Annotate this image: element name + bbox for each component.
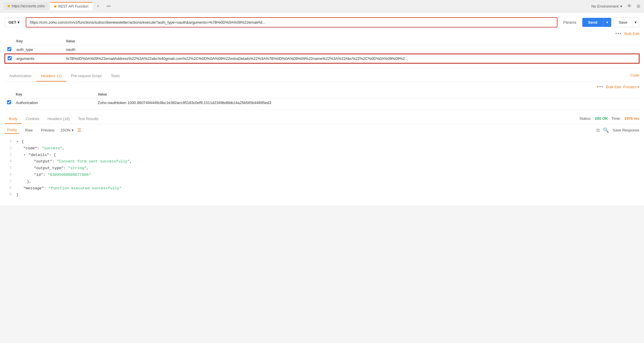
params-bulk-edit-button[interactable]: Bulk Edit (624, 32, 639, 36)
save-dropdown-button[interactable]: ▾ (632, 18, 639, 27)
method-select[interactable]: GET ▾ (5, 18, 23, 27)
eye-icon[interactable]: 👁 (627, 4, 632, 9)
format-pretty-button[interactable]: Pretty (5, 127, 19, 134)
format-right: ⧉ 🔍 Save Response (596, 127, 639, 133)
tab-headers[interactable]: Headers (1) (36, 71, 66, 82)
line-num-9: 9 (5, 192, 16, 198)
response-tab-headers[interactable]: Headers (18) (44, 114, 74, 124)
format-select[interactable]: JSON ▾ (60, 128, 74, 132)
environment-selector[interactable]: No Environment ▾ (591, 4, 622, 8)
method-chevron-icon: ▾ (18, 20, 20, 25)
header-row1-checkbox-cell (5, 98, 13, 107)
headers-col-checkbox (5, 91, 13, 98)
collapse-icon-1[interactable]: ▾ (16, 139, 19, 144)
response-tabs: Body Cookies Headers (18) Test Results S… (5, 114, 639, 124)
headers-more-dots[interactable]: ••• (597, 84, 604, 89)
params-more-dots[interactable]: ••• (615, 31, 622, 36)
json-content-7: }, (16, 179, 32, 185)
format-preview-button[interactable]: Preview (39, 127, 57, 134)
time-value: 1970 ms (624, 116, 639, 121)
json-line-5: 5 "output_type": "string", (5, 165, 639, 172)
method-label: GET (8, 20, 16, 25)
json-line-7: 7 }, (5, 179, 639, 185)
wrap-icon[interactable]: ☰ (77, 127, 81, 133)
response-tab-body-label: Body (9, 117, 18, 121)
param-row1-value[interactable]: oauth (63, 45, 639, 54)
tab-bar: https://accounts.zoho REST API Function … (0, 0, 644, 13)
header-row1-value[interactable]: Zoho-oauthtoken 1000.8607494449c8bc1e392… (95, 98, 639, 107)
send-dropdown-button[interactable]: ▾ (603, 18, 611, 27)
param-row1-checkbox[interactable] (7, 47, 11, 51)
json-content-3: ▾ "details": { (16, 152, 56, 158)
status-label: Status: (579, 116, 591, 121)
headers-col-key: Key (13, 91, 95, 98)
param-row2-checkbox[interactable] (8, 56, 12, 60)
save-button[interactable]: Save (614, 18, 632, 27)
json-content-2: "code": "success", (16, 145, 64, 152)
gear-icon[interactable]: ⚙ (636, 4, 640, 9)
tab-dot-accounts (8, 5, 10, 7)
response-section: Body Cookies Headers (18) Test Results S… (5, 114, 639, 201)
header-row1-checkbox[interactable] (7, 100, 11, 104)
search-icon[interactable]: 🔍 (603, 127, 609, 133)
headers-bulk-edit-button[interactable]: Bulk Edit (606, 85, 621, 89)
param-row1-key[interactable]: auth_type (14, 45, 63, 54)
params-table: Key Value auth_type oauth arguments %7B%… (5, 37, 639, 63)
request-tabs-right: Code (630, 73, 639, 79)
header-row1-key[interactable]: Authorization (13, 98, 95, 107)
app-container: https://accounts.zoho REST API Function … (0, 0, 644, 343)
line-num-5: 5 (5, 165, 16, 171)
headers-presets-button[interactable]: Presets ▾ (623, 85, 639, 89)
divider-1 (5, 68, 639, 68)
request-tabs-section: Authorization Headers (1) Pre-request Sc… (5, 71, 639, 82)
env-label: No Environment (591, 4, 619, 8)
param-row2-value[interactable]: %7B%0D%0A%09%22emailAddress%22%3A%22abc%… (63, 54, 639, 63)
send-button[interactable]: Send (582, 18, 603, 27)
params-section: ••• Bulk Edit Key Value auth_type oauth (5, 31, 639, 63)
json-line-2: 2 "code": "success", (5, 145, 639, 152)
url-input[interactable] (26, 17, 557, 27)
tab-more-button[interactable]: ••• (103, 2, 114, 10)
collapse-icon-3[interactable]: ▾ (23, 153, 26, 157)
format-select-label: JSON (60, 128, 70, 132)
tab-tests-label: Tests (111, 74, 120, 78)
line-num-6: 6 (5, 172, 16, 178)
line-num-7: 7 (5, 179, 16, 184)
format-raw-button[interactable]: Raw (23, 127, 35, 134)
tab-tests[interactable]: Tests (106, 71, 124, 82)
response-tab-cookies[interactable]: Cookies (22, 114, 44, 124)
tab-pre-request-label: Pre-request Script (71, 74, 102, 78)
json-content-5: "output_type": "string", (16, 165, 89, 172)
tab-add-button[interactable]: + (94, 2, 102, 11)
tab-authorization[interactable]: Authorization (5, 71, 36, 82)
tab-rest-api[interactable]: REST API Function (50, 2, 92, 10)
tab-accounts[interactable]: https://accounts.zoho (4, 2, 49, 10)
format-chevron-icon: ▾ (72, 128, 74, 132)
line-num-4: 4 (5, 159, 16, 164)
request-tab-list: Authorization Headers (1) Pre-request Sc… (5, 71, 125, 82)
table-row: arguments %7B%0D%0A%09%22emailAddress%22… (5, 54, 639, 63)
response-tab-body[interactable]: Body (5, 114, 22, 124)
bulk-edit-area: ••• Bulk Edit (5, 31, 639, 36)
code-link[interactable]: Code (630, 73, 639, 77)
copy-icon[interactable]: ⧉ (596, 128, 600, 133)
headers-col-value: Value (95, 91, 639, 98)
send-group: Send ▾ (582, 18, 612, 27)
response-tab-test-results[interactable]: Test Results (74, 114, 103, 124)
request-tabs-row: Authorization Headers (1) Pre-request Sc… (5, 71, 639, 82)
tab-headers-badge: (1) (57, 74, 62, 78)
json-line-8: 8 "message": "function executed successf… (5, 185, 639, 192)
param-row2-key[interactable]: arguments (14, 54, 63, 63)
json-content-8: "message": "function executed successful… (16, 186, 121, 192)
table-row: Authorization Zoho-oauthtoken 1000.86074… (5, 98, 639, 107)
tab-pre-request[interactable]: Pre-request Script (66, 71, 106, 82)
save-response-button[interactable]: Save Response (612, 128, 639, 132)
param-row1-checkbox-cell (5, 45, 14, 54)
json-line-9: 9 } (5, 192, 639, 198)
json-content-6: "id": "63095000000077006" (16, 172, 91, 178)
format-row: Pretty Raw Preview JSON ▾ ☰ ⧉ 🔍 Save Res… (5, 127, 639, 134)
params-button[interactable]: Params (560, 18, 580, 27)
table-row: auth_type oauth (5, 45, 639, 54)
param-row2-checkbox-cell (5, 54, 14, 63)
tab-dot-rest (54, 5, 56, 8)
